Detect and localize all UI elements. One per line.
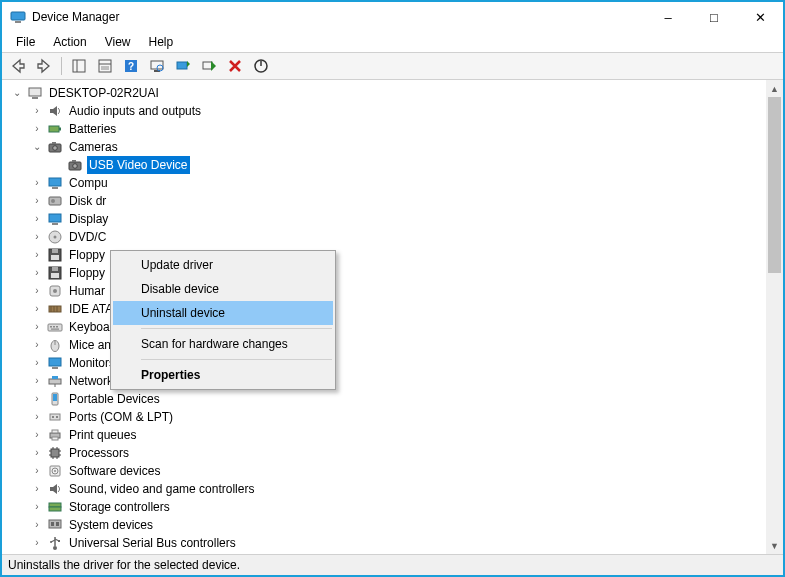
uninstall-button[interactable]: [223, 55, 247, 77]
svg-rect-49: [56, 326, 58, 328]
expand-icon[interactable]: ›: [30, 320, 44, 334]
expand-icon[interactable]: ›: [30, 536, 44, 550]
expand-icon[interactable]: ›: [30, 374, 44, 388]
tree-node[interactable]: ›Ports (COM & LPT): [4, 408, 766, 426]
expand-icon[interactable]: ›: [30, 104, 44, 118]
svg-point-61: [52, 416, 54, 418]
svg-rect-0: [11, 12, 25, 20]
tree-node[interactable]: ›Batteries: [4, 120, 766, 138]
menu-item-update-driver[interactable]: Update driver: [113, 253, 333, 277]
close-button[interactable]: ✕: [737, 2, 783, 32]
collapse-icon[interactable]: ⌄: [10, 86, 24, 100]
enable-device-button[interactable]: [197, 55, 221, 77]
menu-file[interactable]: File: [8, 33, 43, 51]
maximize-button[interactable]: □: [691, 2, 737, 32]
expand-icon[interactable]: ›: [30, 248, 44, 262]
tree-node-label: Display: [67, 210, 110, 228]
expand-icon[interactable]: ›: [30, 338, 44, 352]
titlebar: Device Manager – □ ✕: [2, 2, 783, 32]
update-driver-button[interactable]: [171, 55, 195, 77]
scroll-up-arrow[interactable]: ▲: [766, 80, 783, 97]
svg-rect-80: [49, 520, 61, 528]
expand-icon[interactable]: ›: [30, 176, 44, 190]
tree-node[interactable]: ›Processors: [4, 444, 766, 462]
keyboard-icon: [47, 319, 63, 335]
status-text: Uninstalls the driver for the selected d…: [8, 558, 240, 572]
tree-node-label: Ports (COM & LPT): [67, 408, 175, 426]
svg-point-62: [56, 416, 58, 418]
svg-rect-2: [73, 60, 85, 72]
forward-button[interactable]: [32, 55, 56, 77]
tree-node[interactable]: ›Print queues: [4, 426, 766, 444]
tree-node-label: Sound, video and game controllers: [67, 480, 256, 498]
collapse-icon[interactable]: ⌄: [30, 140, 44, 154]
scroll-track[interactable]: [766, 97, 783, 537]
scroll-down-arrow[interactable]: ▼: [766, 537, 783, 554]
help-button[interactable]: ?: [119, 55, 143, 77]
expand-icon[interactable]: ›: [30, 518, 44, 532]
menu-item-scan-for-hardware-changes[interactable]: Scan for hardware changes: [113, 332, 333, 356]
tree-node[interactable]: ›DVD/C: [4, 228, 766, 246]
menu-help[interactable]: Help: [141, 33, 182, 51]
expand-icon[interactable]: ›: [30, 194, 44, 208]
scan-hardware-button[interactable]: [145, 55, 169, 77]
expand-icon[interactable]: ›: [30, 482, 44, 496]
tree-node[interactable]: ›Portable Devices: [4, 390, 766, 408]
vertical-scrollbar[interactable]: ▲ ▼: [766, 80, 783, 554]
expand-icon[interactable]: ›: [30, 230, 44, 244]
expand-icon[interactable]: ›: [30, 302, 44, 316]
svg-point-33: [54, 236, 57, 239]
svg-point-83: [53, 546, 57, 550]
tree-root[interactable]: ⌄DESKTOP-02R2UAI: [4, 84, 766, 102]
show-hide-tree-button[interactable]: [67, 55, 91, 77]
menu-item-uninstall-device[interactable]: Uninstall device: [113, 301, 333, 325]
expand-icon[interactable]: ›: [30, 266, 44, 280]
tree-node[interactable]: ›Storage controllers: [4, 498, 766, 516]
tree-node[interactable]: ›Disk dr: [4, 192, 766, 210]
disc-icon: [47, 229, 63, 245]
expand-icon[interactable]: ›: [30, 446, 44, 460]
svg-point-41: [53, 289, 57, 293]
expand-icon[interactable]: ›: [30, 464, 44, 478]
tree-node[interactable]: ›System devices: [4, 516, 766, 534]
expand-icon[interactable]: ›: [30, 284, 44, 298]
menu-item-disable-device[interactable]: Disable device: [113, 277, 333, 301]
svg-rect-27: [52, 187, 58, 189]
menu-action[interactable]: Action: [45, 33, 94, 51]
tree-node[interactable]: ⌄Cameras: [4, 138, 766, 156]
expand-icon[interactable]: ›: [30, 410, 44, 424]
tree-node-label: Floppy: [67, 246, 107, 264]
menu-item-label: Disable device: [141, 282, 219, 296]
tree-node[interactable]: ›Software devices: [4, 462, 766, 480]
tree-node[interactable]: ›Display: [4, 210, 766, 228]
scroll-thumb[interactable]: [768, 97, 781, 273]
tree-node[interactable]: ›Audio inputs and outputs: [4, 102, 766, 120]
svg-rect-56: [52, 376, 58, 379]
hid-icon: [47, 283, 63, 299]
monitor-icon: [47, 211, 63, 227]
tree-node[interactable]: ›Sound, video and game controllers: [4, 480, 766, 498]
expand-icon[interactable]: ›: [30, 122, 44, 136]
tree-node-label: Storage controllers: [67, 498, 172, 516]
expand-icon[interactable]: ›: [30, 392, 44, 406]
expand-icon[interactable]: ›: [30, 428, 44, 442]
svg-rect-17: [32, 97, 38, 99]
expand-icon[interactable]: ›: [30, 212, 44, 226]
svg-rect-54: [52, 367, 58, 369]
tree-root-label: DESKTOP-02R2UAI: [47, 84, 161, 102]
menu-view[interactable]: View: [97, 33, 139, 51]
menu-item-properties[interactable]: Properties: [113, 363, 333, 387]
tree-node[interactable]: ›Universal Serial Bus controllers: [4, 534, 766, 552]
camera-icon: [47, 139, 63, 155]
expand-icon[interactable]: ›: [30, 356, 44, 370]
back-button[interactable]: [6, 55, 30, 77]
properties-button[interactable]: [93, 55, 117, 77]
tree-node[interactable]: ›Compu: [4, 174, 766, 192]
ide-icon: [47, 301, 63, 317]
disable-button[interactable]: [249, 55, 273, 77]
minimize-button[interactable]: –: [645, 2, 691, 32]
audio-icon: [47, 481, 63, 497]
window-title: Device Manager: [32, 10, 645, 24]
tree-leaf[interactable]: USB Video Device: [4, 156, 766, 174]
expand-icon[interactable]: ›: [30, 500, 44, 514]
